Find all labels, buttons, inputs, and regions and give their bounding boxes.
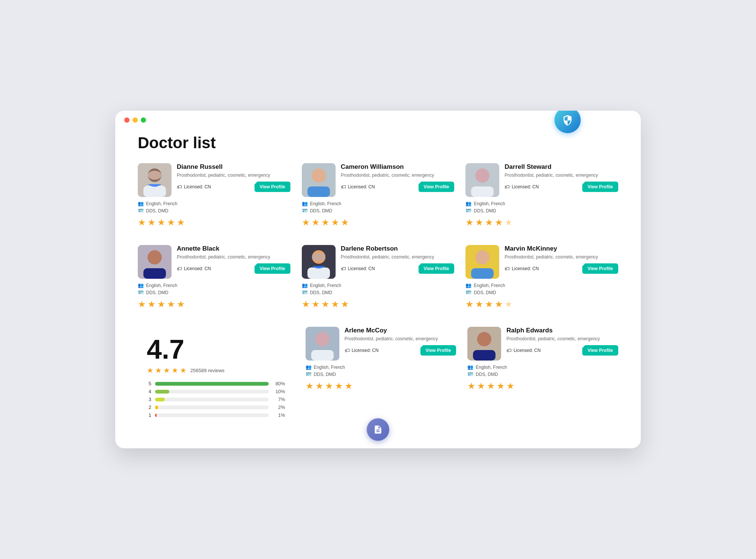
svg-rect-25 — [473, 350, 495, 361]
overall-rating: 4.7 — [147, 336, 285, 363]
doctor-info: Darrell Steward Prosthodontist, pediatri… — [505, 163, 618, 192]
meta-languages: 👥 English, French — [138, 201, 291, 206]
doctor-specialty: Prosthodontist, pediatric, cosmetic, eme… — [505, 254, 618, 260]
star-filled: ★ — [177, 299, 185, 310]
bar-label: 5 — [147, 381, 151, 386]
bar-percent: 2% — [273, 404, 285, 410]
doctor-stars: ★★★★★ — [306, 381, 456, 391]
svg-point-18 — [475, 250, 489, 264]
doctor-card: Dianne Russell Prosthodontist, pediatric… — [138, 163, 291, 234]
doctor-name: Darrell Steward — [505, 163, 618, 171]
card-meta: 👥 English, French 🪪 DDS, DMD — [465, 283, 618, 295]
doctor-stars: ★★★★★ — [138, 217, 291, 228]
star-filled: ★ — [485, 217, 493, 228]
doctor-card: Arlene McCoy Prosthodontist, pediatric, … — [306, 327, 456, 429]
languages-icon: 👥 — [465, 201, 471, 206]
bar-row: 4 10% — [147, 389, 285, 394]
license-row: 🏷 Licensed: CN View Profile — [506, 345, 618, 356]
meta-degree: 🪪 DDS, DMD — [306, 371, 456, 377]
bar-fill — [155, 413, 157, 417]
card-meta: 👥 English, French 🪪 DDS, DMD — [138, 201, 291, 213]
bar-fill — [155, 398, 165, 401]
dot-green[interactable] — [141, 117, 146, 123]
meta-languages: 👥 English, French — [465, 201, 618, 206]
bar-fill — [155, 406, 158, 409]
license-icon: 🏷 — [177, 266, 182, 272]
star-filled: ★ — [325, 381, 333, 391]
bar-label: 3 — [147, 397, 151, 402]
meta-languages: 👥 English, French — [302, 283, 455, 288]
star-filled: ★ — [495, 299, 503, 310]
svg-point-2 — [148, 171, 161, 180]
bar-track — [155, 406, 269, 409]
doctor-specialty: Prosthodontist, pediatric, cosmetic, eme… — [505, 172, 618, 179]
star-filled: ★ — [341, 299, 349, 310]
bar-row: 1 1% — [147, 412, 285, 418]
svg-point-24 — [477, 332, 491, 346]
doctor-info: Ralph Edwards Prosthodontist, pediatric,… — [506, 327, 618, 356]
card-header: Darlene Robertson Prosthodontist, pediat… — [302, 245, 455, 279]
meta-languages: 👥 English, French — [306, 364, 456, 370]
languages-text: English, French — [476, 365, 507, 370]
view-profile-button[interactable]: View Profile — [255, 182, 291, 192]
doctor-card: Darrell Steward Prosthodontist, pediatri… — [465, 163, 618, 234]
bar-fill — [155, 390, 169, 394]
star-1: ★ — [147, 366, 154, 375]
doctor-name: Arlene McCoy — [345, 327, 456, 334]
degree-icon: 🪪 — [302, 208, 308, 213]
star-filled: ★ — [177, 217, 185, 228]
bar-track — [155, 398, 269, 401]
languages-icon: 👥 — [306, 364, 312, 370]
degree-icon: 🪪 — [306, 371, 312, 377]
doctor-avatar — [302, 163, 336, 197]
meta-degree: 🪪 DDS, DMD — [302, 208, 455, 213]
license-badge: 🏷 Licensed: CN — [345, 347, 379, 353]
card-header: Darrell Steward Prosthodontist, pediatri… — [465, 163, 618, 197]
doctor-name: Annette Black — [177, 245, 291, 252]
degree-text: DDS, DMD — [310, 290, 332, 295]
license-icon: 🏷 — [505, 184, 510, 190]
view-profile-button[interactable]: View Profile — [419, 182, 455, 192]
view-profile-button[interactable]: View Profile — [582, 345, 618, 356]
star-filled: ★ — [475, 217, 483, 228]
languages-text: English, French — [146, 283, 177, 288]
doctor-avatar — [465, 163, 499, 197]
star-filled: ★ — [506, 381, 515, 391]
view-profile-button[interactable]: View Profile — [255, 263, 291, 274]
languages-icon: 👥 — [467, 364, 473, 370]
star-filled: ★ — [335, 381, 343, 391]
meta-degree: 🪪 DDS, DMD — [138, 290, 291, 295]
languages-text: English, French — [474, 201, 505, 206]
view-profile-button[interactable]: View Profile — [419, 263, 455, 274]
star-filled: ★ — [312, 299, 320, 310]
star-filled: ★ — [467, 381, 476, 391]
card-meta: 👥 English, French 🪪 DDS, DMD — [467, 364, 618, 377]
view-profile-button[interactable]: View Profile — [582, 263, 618, 274]
page-title: Doctor list — [138, 134, 618, 152]
doctor-info: Arlene McCoy Prosthodontist, pediatric, … — [345, 327, 456, 356]
star-filled: ★ — [157, 299, 166, 310]
card-header: Dianne Russell Prosthodontist, pediatric… — [138, 163, 291, 197]
dot-yellow[interactable] — [133, 117, 138, 123]
doctor-stars: ★★★★★ — [138, 299, 291, 310]
card-header: Ralph Edwards Prosthodontist, pediatric,… — [467, 327, 618, 361]
page-content: Doctor list Dianne Russell Prosthodontis… — [115, 126, 641, 440]
star-filled: ★ — [167, 217, 175, 228]
bar-percent: 7% — [273, 397, 285, 402]
star-filled: ★ — [302, 299, 310, 310]
meta-languages: 👥 English, French — [465, 283, 618, 288]
bar-percent: 10% — [273, 389, 285, 394]
bar-percent: 80% — [273, 381, 285, 386]
fab-button[interactable] — [367, 418, 389, 441]
license-icon: 🏷 — [341, 266, 346, 272]
reviews-count: 256589 reviews — [190, 368, 224, 373]
doctor-name: Ralph Edwards — [506, 327, 618, 334]
star-filled: ★ — [331, 217, 339, 228]
doctor-specialty: Prosthodontist, pediatric, cosmetic, eme… — [177, 172, 291, 179]
view-profile-button[interactable]: View Profile — [420, 345, 456, 356]
dot-red[interactable] — [124, 117, 130, 123]
view-profile-button[interactable]: View Profile — [582, 182, 618, 192]
license-icon: 🏷 — [506, 347, 512, 353]
license-badge: 🏷 Licensed: CN — [506, 347, 541, 353]
languages-text: English, French — [310, 201, 341, 206]
